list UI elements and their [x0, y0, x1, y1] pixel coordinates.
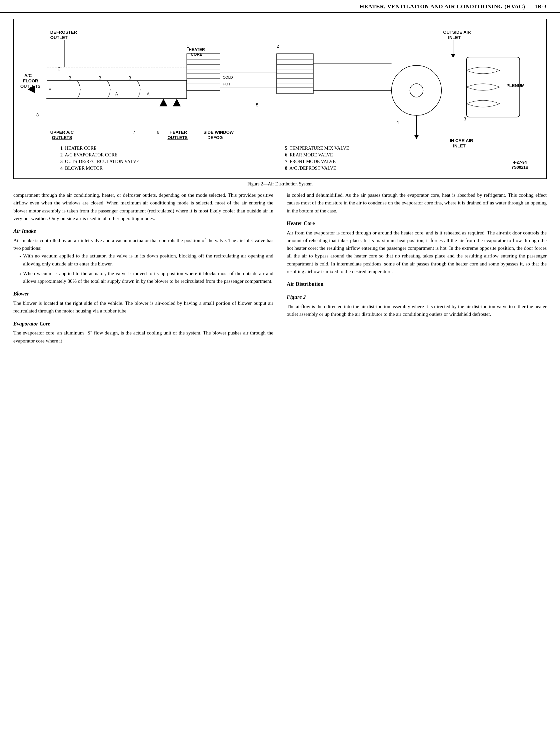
bullet-1: • With no vacuum applied to the actuator…: [19, 252, 273, 268]
bullet-dot-1: •: [19, 253, 21, 260]
svg-point-38: [410, 84, 423, 97]
svg-text:CORE: CORE: [191, 52, 202, 57]
air-intake-heading: Air Intake: [13, 227, 273, 235]
page-header: HEATER, VENTILATION AND AIR CONDITIONING…: [0, 0, 560, 13]
figure-caption: Figure 2—Air Distribution System: [0, 181, 560, 187]
svg-text:SIDE WINDOW: SIDE WINDOW: [203, 130, 234, 135]
svg-text:OUTSIDE AIR: OUTSIDE AIR: [443, 30, 471, 35]
evaporator-heading: Evaporator Core: [13, 320, 273, 328]
left-column: compartment through the air conditioning…: [13, 192, 280, 345]
content-columns: compartment through the air conditioning…: [0, 192, 560, 345]
bullet-2-text: When vacuum is applied to the actuator, …: [23, 270, 273, 285]
svg-text:DEFOG: DEFOG: [207, 135, 223, 140]
evaporator-text: The evaporator core, an aluminum "S" flo…: [13, 329, 273, 345]
svg-text:OUTLET: OUTLET: [50, 35, 68, 40]
svg-text:HEATER: HEATER: [189, 47, 205, 52]
svg-text:2: 2: [277, 44, 279, 49]
air-distribution-text: The airflow is then directed into the ai…: [287, 303, 547, 318]
svg-text:B: B: [99, 76, 101, 81]
svg-text:COLD: COLD: [223, 75, 233, 80]
bullet-1-text: With no vacuum applied to the actuator, …: [23, 252, 273, 268]
legend-table: 1 HEATER CORE 5 TEMPERATURE MIX VALVE 2 …: [60, 145, 500, 172]
intro-paragraph: compartment through the air conditioning…: [13, 192, 273, 222]
legend-item-5: 5 TEMPERATURE MIX VALVE: [285, 145, 500, 152]
svg-text:8: 8: [36, 112, 39, 117]
air-intake-text: Air intake is controlled by an air inlet…: [13, 237, 273, 253]
figure2-subheading: Figure 2: [287, 293, 547, 302]
legend-item-3: 3 OUTSIDE/RECIRCULATION VALVE: [60, 158, 275, 165]
legend-item-7: 7 FRONT MODE VALVE: [285, 158, 500, 165]
svg-text:INLET: INLET: [448, 35, 461, 40]
svg-text:A: A: [115, 92, 118, 96]
svg-text:YS0021B: YS0021B: [511, 165, 529, 170]
air-distribution-heading: Air Distribution: [287, 280, 547, 288]
svg-marker-45: [414, 135, 419, 139]
svg-text:B: B: [129, 76, 131, 81]
right-column: is cooled and dehumidified. As the air p…: [280, 192, 547, 345]
svg-text:4: 4: [397, 120, 399, 125]
svg-marker-41: [451, 54, 455, 58]
legend-item-6: 6 REAR MODE VALVE: [285, 152, 500, 158]
svg-text:PLENUM: PLENUM: [506, 83, 525, 88]
svg-point-37: [392, 65, 442, 115]
svg-text:A/C: A/C: [24, 73, 32, 78]
svg-text:6: 6: [157, 130, 159, 135]
defroster-label: DEFROSTER: [50, 30, 77, 35]
legend-item-8: 8 A/C /DEFROST VALVE: [285, 165, 500, 172]
legend-item-2: 2 A/C EVAPORATOR CORE: [60, 152, 275, 158]
blower-text: The blower is located at the right side …: [13, 300, 273, 315]
svg-text:3: 3: [464, 116, 466, 121]
svg-text:5: 5: [256, 102, 258, 107]
svg-text:A: A: [147, 92, 150, 96]
svg-text:C: C: [58, 67, 61, 71]
svg-text:4-27-94: 4-27-94: [513, 160, 527, 165]
svg-text:HOT: HOT: [223, 82, 230, 86]
svg-rect-18: [187, 54, 220, 90]
svg-marker-57: [173, 99, 181, 106]
svg-marker-56: [159, 99, 167, 106]
svg-text:OUTLETS: OUTLETS: [167, 135, 188, 140]
svg-text:7: 7: [133, 130, 135, 135]
bullet-2: • When vacuum is applied to the actuator…: [19, 270, 273, 285]
header-title: HEATER, VENTILATION AND AIR CONDITIONING…: [360, 3, 525, 10]
svg-text:IN CAR AIR: IN CAR AIR: [450, 138, 473, 143]
heater-core-text: Air from the evaporator is forced throug…: [287, 229, 547, 276]
right-intro-paragraph: is cooled and dehumidified. As the air p…: [287, 192, 547, 215]
page-number: 1B-3: [535, 3, 547, 10]
legend-item-4: 4 BLOWER MOTOR: [60, 165, 275, 172]
svg-text:OUTLETS: OUTLETS: [52, 135, 72, 140]
svg-text:UPPER A/C: UPPER A/C: [50, 130, 74, 135]
blower-heading: Blower: [13, 290, 273, 298]
bullet-dot-2: •: [19, 270, 21, 278]
svg-text:HEATER: HEATER: [169, 130, 187, 135]
legend-item-1: 1 HEATER CORE: [60, 145, 275, 152]
svg-text:B: B: [69, 76, 71, 81]
diagram-container: DEFROSTER OUTLET OUTSIDE AIR INLET 1 2 A…: [13, 19, 547, 179]
svg-text:A: A: [49, 87, 51, 92]
svg-text:FLOOR: FLOOR: [23, 78, 38, 84]
heater-core-heading: Heater Core: [287, 219, 547, 228]
